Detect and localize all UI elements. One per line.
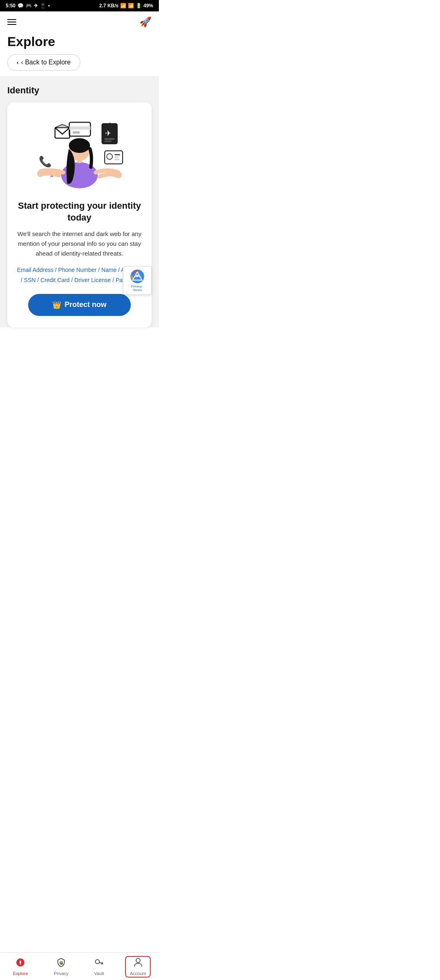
svg-point-24 bbox=[136, 275, 139, 277]
chevron-left-icon: ‹ bbox=[17, 59, 19, 66]
identity-section: Identity ★ ★ 📞 bbox=[0, 76, 159, 327]
protect-button-label: Protect now bbox=[64, 300, 106, 309]
dot-icon: • bbox=[48, 3, 50, 9]
battery-icon: 🔋 bbox=[136, 3, 142, 9]
identity-card: ★ ★ 📞 bbox=[7, 102, 152, 327]
svg-point-20 bbox=[69, 138, 90, 153]
svg-rect-14 bbox=[114, 154, 120, 155]
back-to-explore-button[interactable]: ‹ ‹ Back to Explore bbox=[7, 54, 80, 71]
svg-rect-10 bbox=[104, 138, 115, 140]
signal-icon: 📶 bbox=[128, 3, 134, 9]
status-bar: 5:50 💬 🎮 ✈ 📱 • 2.7 KB/s 📶 📶 🔋 49% bbox=[0, 0, 159, 11]
svg-rect-7 bbox=[73, 131, 80, 134]
menu-button[interactable] bbox=[7, 19, 16, 25]
svg-marker-4 bbox=[55, 124, 70, 128]
back-button-label: ‹ Back to Explore bbox=[21, 59, 71, 66]
svg-point-22 bbox=[115, 172, 122, 178]
card-description: We'll search the internet and dark web f… bbox=[15, 229, 143, 258]
identity-illustration: ★ ★ 📞 bbox=[15, 112, 143, 194]
svg-rect-16 bbox=[114, 159, 119, 160]
svg-point-21 bbox=[37, 170, 44, 177]
protect-now-button[interactable]: 👑 Protect now bbox=[28, 294, 130, 316]
svg-rect-15 bbox=[114, 157, 119, 158]
time-display: 5:50 bbox=[6, 3, 15, 9]
svg-rect-11 bbox=[104, 141, 112, 142]
wifi-icon: 📶 bbox=[120, 3, 126, 9]
battery-level: 49% bbox=[143, 3, 153, 9]
network-speed: 2.7 KB/s bbox=[99, 3, 119, 9]
card-heading: Start protecting your identity today bbox=[15, 200, 143, 223]
status-time: 5:50 💬 🎮 ✈ 📱 • bbox=[6, 3, 50, 9]
status-indicators: 2.7 KB/s 📶 📶 🔋 49% bbox=[99, 3, 153, 9]
page-title: Explore bbox=[0, 33, 159, 54]
crown-icon: 👑 bbox=[52, 300, 61, 309]
teams-icon: 📱 bbox=[40, 3, 46, 9]
messenger-icon: 💬 bbox=[18, 3, 24, 9]
svg-rect-12 bbox=[105, 151, 123, 164]
svg-point-13 bbox=[107, 154, 112, 159]
top-nav: 🚀 bbox=[0, 11, 159, 33]
discord-icon: 🎮 bbox=[26, 3, 32, 9]
svg-text:✈: ✈ bbox=[105, 129, 111, 137]
svg-text:📞: 📞 bbox=[39, 155, 52, 168]
telegram-icon: ✈ bbox=[34, 3, 38, 9]
recaptcha-links[interactable]: Privacy · Terms bbox=[127, 285, 148, 292]
section-title: Identity bbox=[7, 85, 152, 96]
rocket-icon: 🚀 bbox=[139, 16, 152, 28]
svg-rect-6 bbox=[69, 126, 90, 130]
recaptcha-badge: Privacy · Terms bbox=[123, 266, 152, 295]
